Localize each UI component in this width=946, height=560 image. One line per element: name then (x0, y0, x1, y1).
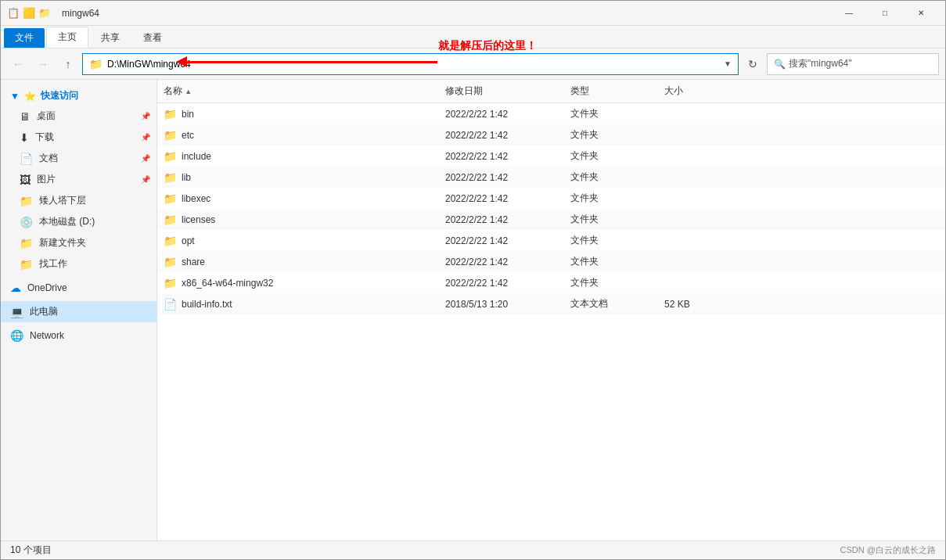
title-folder-icon: 📁 (38, 7, 51, 19)
col-header-size[interactable]: 大小 (658, 83, 736, 99)
table-row[interactable]: 📁 lib 2022/2/22 1:42 文件夹 (157, 167, 945, 188)
window-controls: — □ ✕ (831, 1, 939, 26)
file-date-cell: 2022/2/22 1:42 (439, 106, 564, 122)
sidebar-item-find-job[interactable]: 📁 找工作 (1, 253, 156, 275)
desktop-icon: 🖥 (20, 110, 31, 123)
quick-access-label: 快速访问 (41, 89, 78, 102)
tab-share[interactable]: 共享 (90, 28, 131, 48)
col-header-date[interactable]: 修改日期 (439, 83, 564, 99)
file-size-cell (658, 196, 736, 201)
folder-icon: 📁 (164, 214, 177, 226)
table-row[interactable]: 📁 opt 2022/2/22 1:42 文件夹 (157, 230, 945, 251)
file-type-cell: 文件夹 (564, 274, 658, 292)
address-path: D:\MinGW\mingw64 (107, 59, 719, 70)
up-button[interactable]: ↑ (57, 53, 79, 75)
file-date-cell: 2022/2/22 1:42 (439, 191, 564, 206)
sidebar-item-pictures[interactable]: 🖼 图片 📌 (1, 169, 156, 190)
file-date-cell: 2022/2/22 1:42 (439, 254, 564, 270)
file-size-cell: 52 KB (658, 296, 736, 312)
table-row[interactable]: 📁 licenses 2022/2/22 1:42 文件夹 (157, 209, 945, 230)
forward-button[interactable]: → (32, 53, 54, 75)
quick-access-icon: ⭐ (24, 91, 36, 102)
address-dropdown-icon[interactable]: ▼ (724, 59, 732, 68)
folder-icon: 📁 (164, 108, 177, 120)
file-date: 2022/2/22 1:42 (445, 278, 508, 289)
file-type: 文件夹 (570, 192, 599, 205)
close-button[interactable]: ✕ (903, 1, 939, 26)
refresh-button[interactable]: ↻ (742, 53, 764, 75)
quick-access-section[interactable]: ▼ ⭐ 快速访问 (1, 86, 156, 106)
file-date: 2018/5/13 1:20 (445, 299, 508, 310)
minimize-button[interactable]: — (831, 1, 867, 26)
title-bar: 📋 🟨 📁 mingw64 — □ ✕ (1, 1, 945, 26)
file-rows-container: 📁 bin 2022/2/22 1:42 文件夹 📁 etc 2022/2/22… (157, 103, 945, 314)
folder-icon: 📁 (164, 256, 177, 268)
file-date: 2022/2/22 1:42 (445, 193, 508, 204)
file-name: bin (182, 109, 194, 120)
sidebar-item-new-folder[interactable]: 📁 新建文件夹 (1, 232, 156, 253)
sidebar-item-documents[interactable]: 📄 文档 📌 (1, 148, 156, 169)
ribbon-tabs: 文件 主页 共享 查看 (1, 26, 945, 48)
file-name-cell: 📁 bin (157, 106, 439, 123)
file-size-cell (658, 175, 736, 180)
table-row[interactable]: 📁 bin 2022/2/22 1:42 文件夹 (157, 103, 945, 124)
network-icon: 🌐 (10, 329, 23, 342)
col-header-name[interactable]: 名称 ▲ (157, 83, 439, 99)
sidebar-item-downloads[interactable]: ⬇ 下载 📌 (1, 127, 156, 148)
sidebar-item-onedrive[interactable]: ☁ OneDrive (1, 278, 156, 298)
file-size-cell (658, 217, 736, 222)
network-label: Network (30, 330, 64, 341)
file-name-cell: 📁 etc (157, 127, 439, 144)
file-type-cell: 文件夹 (564, 126, 658, 144)
dwarf-tower-label: 矮人塔下层 (39, 194, 86, 207)
file-name: build-info.txt (182, 299, 232, 310)
sidebar-item-dwarf-tower[interactable]: 📁 矮人塔下层 (1, 190, 156, 211)
sidebar-item-network[interactable]: 🌐 Network (1, 325, 156, 346)
file-date: 2022/2/22 1:42 (445, 235, 508, 246)
table-row[interactable]: 📁 x86_64-w64-mingw32 2022/2/22 1:42 文件夹 (157, 272, 945, 293)
address-bar[interactable]: 📁 D:\MinGW\mingw64 ▼ (82, 53, 739, 75)
pin-icon-documents: 📌 (141, 154, 150, 163)
tab-home[interactable]: 主页 (46, 27, 88, 48)
file-type-cell: 文件夹 (564, 147, 658, 165)
find-job-icon: 📁 (20, 258, 33, 271)
file-date: 2022/2/22 1:42 (445, 172, 508, 183)
new-folder-icon: 📁 (20, 237, 33, 249)
file-name: opt (182, 235, 195, 246)
sidebar-item-desktop[interactable]: 🖥 桌面 📌 (1, 106, 156, 127)
file-date: 2022/2/22 1:42 (445, 151, 508, 162)
csdn-watermark: CSDN @白云的成长之路 (840, 544, 936, 556)
address-folder-icon: 📁 (89, 58, 103, 70)
file-date-cell: 2022/2/22 1:42 (439, 149, 564, 164)
table-row[interactable]: 📁 include 2022/2/22 1:42 文件夹 (157, 145, 945, 167)
onedrive-icon: ☁ (10, 282, 21, 294)
col-header-type[interactable]: 类型 (564, 83, 658, 99)
sort-arrow-name: ▲ (185, 88, 192, 95)
folder-icon: 📁 (164, 192, 177, 205)
search-bar[interactable]: 🔍 搜索"mingw64" (767, 53, 939, 75)
tab-file[interactable]: 文件 (4, 28, 45, 48)
file-date-cell: 2022/2/22 1:42 (439, 212, 564, 228)
pin-icon-pictures: 📌 (141, 175, 150, 184)
maximize-button[interactable]: □ (867, 1, 903, 26)
table-row[interactable]: 📁 etc 2022/2/22 1:42 文件夹 (157, 124, 945, 145)
pictures-icon: 🖼 (20, 174, 31, 186)
onedrive-label: OneDrive (27, 282, 67, 293)
explorer-window: 📋 🟨 📁 mingw64 — □ ✕ 文件 主页 共享 查看 就是解压后的这里… (0, 0, 946, 560)
table-row[interactable]: 📁 libexec 2022/2/22 1:42 文件夹 (157, 188, 945, 209)
drive-d-icon: 💿 (20, 216, 33, 228)
tab-view[interactable]: 查看 (132, 28, 173, 48)
back-button[interactable]: ← (7, 53, 29, 75)
file-date-cell: 2022/2/22 1:42 (439, 127, 564, 143)
sidebar-item-drive-d[interactable]: 💿 本地磁盘 (D:) (1, 211, 156, 232)
sidebar-item-this-pc[interactable]: 💻 此电脑 (1, 301, 156, 322)
folder-icon: 📁 (164, 277, 177, 289)
status-count: 10 个项目 (10, 544, 52, 557)
table-row[interactable]: 📁 share 2022/2/22 1:42 文件夹 (157, 251, 945, 272)
file-date-cell: 2022/2/22 1:42 (439, 275, 564, 291)
file-type: 文件夹 (570, 234, 599, 247)
file-name: licenses (182, 214, 215, 225)
file-size: 52 KB (664, 299, 690, 310)
documents-icon: 📄 (20, 153, 33, 165)
table-row[interactable]: 📄 build-info.txt 2018/5/13 1:20 文本文档 52 … (157, 293, 945, 314)
